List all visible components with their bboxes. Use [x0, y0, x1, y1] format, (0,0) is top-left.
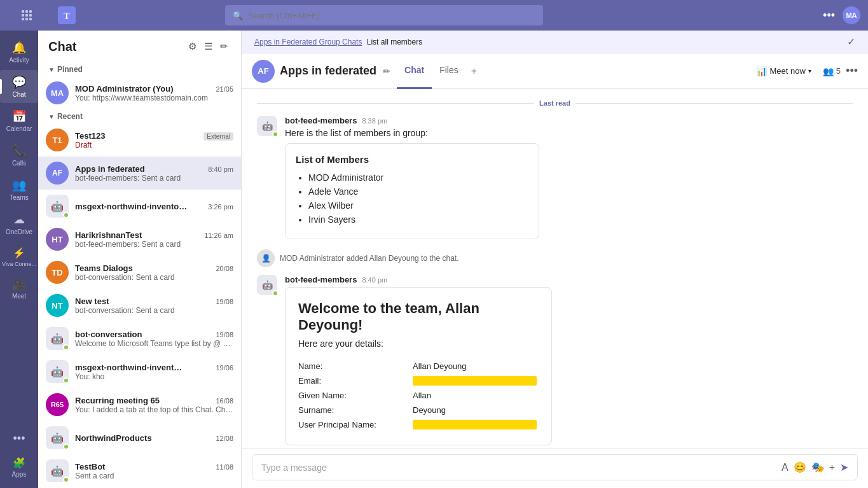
card-title: List of Members — [296, 154, 528, 165]
search-box[interactable]: 🔍 — [225, 5, 543, 25]
sidebar-item-calendar[interactable]: 📅 Calendar — [0, 104, 38, 137]
grid-dot — [29, 10, 32, 13]
chat-name: msgext-northwind-inventory-ac... — [75, 202, 189, 211]
bot-status-dot — [63, 377, 69, 384]
sidebar-item-apps[interactable]: 🧩 Apps — [0, 452, 38, 483]
chat-more-button[interactable]: ••• — [846, 64, 858, 78]
bot-status-dot — [63, 477, 69, 483]
welcome-subtitle: Here are your details: — [298, 338, 539, 349]
sys-avatar: 👤 — [257, 249, 275, 267]
info-row: Given Name: Allan — [298, 388, 539, 403]
calls-icon: 📞 — [12, 144, 26, 158]
welcome-card: Welcome to the team, Allan Deyoung! Here… — [285, 287, 552, 445]
tab-chat[interactable]: Chat — [397, 53, 432, 89]
notify-link[interactable]: Apps in Federated Group Chats — [254, 38, 362, 46]
onedrive-icon: ☁ — [13, 213, 25, 227]
list-item[interactable]: R65 Recurring meeting 65 16/08 You: I ad… — [38, 388, 241, 421]
tab-files[interactable]: Files — [432, 53, 466, 89]
more-icon: ••• — [13, 432, 25, 445]
chat-name: Recurring meeting 65 — [75, 396, 160, 405]
top-bar-logo-space — [8, 10, 46, 20]
chat-item-info: TestBot 11/08 Sent a card — [75, 462, 233, 480]
grid-dot — [25, 18, 28, 20]
member-item: Irvin Sayers — [308, 214, 528, 225]
message-input-area: Type a message A 😊 🎭 + ➤ — [242, 449, 868, 488]
chat-time: 19/08 — [216, 298, 233, 305]
list-item[interactable]: MA MOD Administrator (You) 21/05 You: ht… — [38, 76, 241, 109]
notify-check-icon: ✓ — [847, 36, 855, 48]
more-options-button[interactable]: ••• — [823, 9, 835, 22]
list-item[interactable]: 🤖 TestBot 11/08 Sent a card — [38, 454, 241, 487]
user-avatar[interactable]: MA — [843, 6, 860, 24]
list-item[interactable]: AF Apps in federated 8:40 pm bot-feed-me… — [38, 157, 241, 190]
sticker-button[interactable]: 🎭 — [811, 461, 824, 473]
edit-chat-name-button[interactable]: ✏ — [382, 65, 392, 78]
filter-button[interactable]: ⚙ — [186, 38, 199, 55]
sidebar-item-more[interactable]: ••• — [0, 427, 38, 450]
msg-content: bot-feed-members 8:40 pm Welcome to the … — [285, 275, 853, 445]
list-item[interactable]: 🤖 msgext-northwind-inventory-ac... 3:26 … — [38, 190, 241, 223]
list-item[interactable]: 🤖 bot-conversation 19/08 Welcome to Micr… — [38, 322, 241, 355]
input-box[interactable]: Type a message A 😊 🎭 + ➤ — [252, 454, 858, 480]
main-content: Apps in Federated Group Chats List all m… — [242, 31, 868, 488]
info-row: User Principal Name: AllanD@M365-0000000… — [298, 417, 539, 432]
active-indicator — [0, 79, 2, 94]
recent-section-header[interactable]: ▼ Recent — [38, 109, 241, 123]
msg-content: bot-feed-members 8:38 pm Here is the lis… — [285, 116, 853, 239]
info-row: Email: AllanD@M365-00000000.OnMic — [298, 373, 539, 388]
send-button[interactable]: ➤ — [840, 461, 848, 473]
msg-text: Here is the list of members in group: — [285, 128, 853, 138]
filter-list-button[interactable]: ☰ — [202, 38, 215, 55]
chat-time: 3:26 pm — [208, 203, 233, 211]
sidebar-item-onedrive[interactable]: ☁ OneDrive — [0, 207, 38, 241]
page-title: Apps in federated — [280, 64, 376, 78]
format-button[interactable]: A — [782, 462, 789, 473]
info-label: User Principal Name: — [298, 420, 413, 429]
info-value-redacted: AllanD@M365-00000000.OnMic — [413, 420, 537, 429]
sidebar-item-meet[interactable]: 🎥 Meet — [0, 274, 38, 305]
new-chat-button[interactable]: ✏ — [217, 38, 231, 55]
list-item[interactable]: HT HarikrishnanTest 11:26 am bot-feed-me… — [38, 223, 241, 256]
pinned-section-header[interactable]: ▼ Pinned — [38, 62, 241, 76]
search-input[interactable] — [248, 11, 535, 20]
sidebar-item-chat[interactable]: 💬 Chat — [0, 70, 38, 103]
chat-item-info: NorthwindProducts 12/08 — [75, 433, 233, 443]
chat-name-row: bot-conversation 19/08 — [75, 330, 233, 339]
chat-name-row: Teams Dialogs 20/08 — [75, 263, 233, 273]
sidebar-item-activity[interactable]: 🔔 Activity — [0, 36, 38, 69]
app-wrapper: 🔔 Activity 💬 Chat 📅 Calendar 📞 Calls 👥 T… — [0, 31, 868, 488]
emoji-button[interactable]: 😊 — [794, 461, 806, 473]
chat-name: msgext-northwind-inventory-csha... — [75, 363, 183, 372]
info-row: Name: Allan Deyoung — [298, 359, 539, 373]
chat-time: 19/08 — [216, 331, 233, 338]
last-read-line-left — [257, 103, 534, 104]
welcome-title: Welcome to the team, Allan Deyoung! — [298, 300, 539, 333]
chat-time: 20/08 — [216, 265, 233, 272]
chat-name-row: Apps in federated 8:40 pm — [75, 164, 233, 174]
message-group: 🤖 bot-feed-members 8:40 pm Welcome to th… — [242, 271, 868, 449]
members-list: MOD Administrator Adele Vance Alex Wilbe… — [296, 172, 528, 225]
add-tab-button[interactable]: + — [466, 53, 482, 89]
sidebar-item-calls[interactable]: 📞 Calls — [0, 139, 38, 172]
app-grid-icon[interactable] — [22, 10, 32, 20]
list-item[interactable]: 🤖 NorthwindProducts 12/08 — [38, 421, 241, 454]
msg-time: 8:38 pm — [362, 117, 387, 125]
rail-label-viva: Viva Conne... — [2, 261, 36, 267]
list-item[interactable]: TD Teams Dialogs 20/08 bot-conversation:… — [38, 256, 241, 289]
participants-button[interactable]: 👥 5 — [823, 66, 841, 76]
list-item[interactable]: NT New test 19/08 bot-conversation: Sent… — [38, 289, 241, 322]
notify-content: Apps in Federated Group Chats List all m… — [254, 38, 422, 46]
chat-item-info: HarikrishnanTest 11:26 am bot-feed-membe… — [75, 230, 233, 249]
sidebar-item-viva[interactable]: ⚡ Viva Conne... — [0, 242, 38, 272]
attach-button[interactable]: + — [829, 462, 835, 473]
msg-bot-dot — [272, 290, 279, 296]
system-message-text: MOD Administrator added Allan Deyoung to… — [280, 254, 459, 263]
meet-now-button[interactable]: 📊 Meet now ▾ — [750, 62, 817, 80]
msg-bot-dot — [272, 131, 279, 137]
list-item[interactable]: 🤖 msgext-northwind-inventory-csha... 19/… — [38, 355, 241, 388]
participants-count: 5 — [836, 66, 841, 76]
sidebar-item-teams[interactable]: 👥 Teams — [0, 173, 38, 206]
list-item[interactable]: T1 Test123 External Draft — [38, 123, 241, 157]
header-right-actions: 📊 Meet now ▾ 👥 5 ••• — [750, 62, 858, 80]
sidebar-title: Chat — [48, 39, 76, 54]
